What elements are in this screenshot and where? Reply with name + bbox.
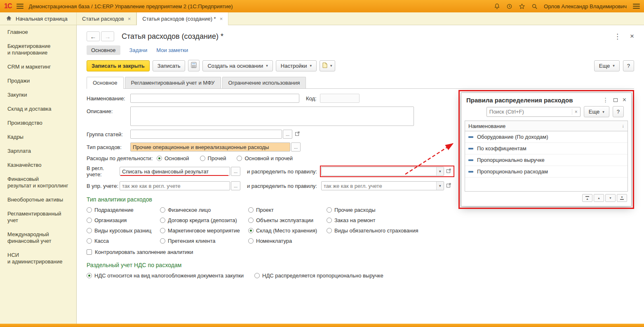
radio-activity-other[interactable]: Прочей (200, 155, 226, 161)
move-up-button[interactable]: ▲ (594, 194, 604, 202)
popup-more-button[interactable]: Еще ▾ (584, 106, 609, 117)
search-icon[interactable] (531, 3, 538, 9)
table-row[interactable]: По коэффициентам (465, 143, 628, 154)
group-choose-button[interactable]: ... (283, 130, 292, 139)
radio-analytics-zakaz-na-remont[interactable]: Заказ на ремонт (327, 217, 418, 223)
radio-analytics-proekt[interactable]: Проект (248, 207, 327, 213)
combo-caret-button[interactable]: ▾ (436, 182, 444, 190)
reg-rule-open-button[interactable] (445, 167, 453, 176)
reg-rule-combobox[interactable]: ▾ (321, 167, 444, 176)
mgmt-rule-combobox[interactable]: ▾ (321, 181, 444, 190)
popup-search-input[interactable] (487, 109, 572, 115)
popup-maximize-icon[interactable] (613, 98, 618, 102)
tab-regulated-accounting-mfu[interactable]: Регламентированный учет и МФУ (125, 77, 221, 88)
radio-analytics-dogovor-kredita[interactable]: Договор кредита (депозита) (160, 217, 248, 223)
radio-analytics-prochie-rashody[interactable]: Прочие расходы (327, 207, 418, 213)
sidebar-item-production[interactable]: Производство (0, 116, 76, 130)
create-based-on-button[interactable]: Создать на основании ▾ (202, 60, 273, 71)
popup-close-icon[interactable]: × (623, 96, 626, 104)
tab-usage-restriction[interactable]: Ограничение использования (222, 77, 306, 88)
form-close-icon[interactable]: × (630, 32, 634, 40)
group-open-button[interactable] (293, 130, 301, 139)
radio-vat-purchase-doc[interactable]: НДС относится на вид налогообложения док… (87, 272, 244, 279)
reg-accounting-input[interactable] (120, 167, 230, 176)
sidebar-item-noncurrent-assets[interactable]: Внеоборотные активы (0, 193, 76, 207)
settings-button[interactable]: Настройки ▾ (276, 60, 317, 71)
go-last-button[interactable]: ▼ (617, 194, 627, 202)
sort-descending-icon[interactable]: ↓ (622, 123, 624, 129)
table-row[interactable]: Оборудование (По доходам) (465, 131, 628, 143)
sidebar-item-finresult[interactable]: Финансовый результат и контроллинг (0, 172, 76, 193)
move-down-button[interactable]: ▼ (605, 194, 616, 202)
radio-analytics-kursovye-raznicy[interactable]: Виды курсовых разниц (87, 227, 160, 234)
sidebar-item-nsi-admin[interactable]: НСИ и администрирование (0, 248, 76, 269)
sidebar-item-purchases[interactable]: Закупки (0, 88, 76, 102)
radio-analytics-nomenklatura[interactable]: Номенклатура (248, 238, 327, 244)
report-dropdown-button[interactable]: ▾ (320, 60, 335, 71)
radio-analytics-sklad[interactable]: Склад (Место хранения) (248, 227, 327, 234)
radio-analytics-marketing[interactable]: Маркетинговое мероприятие (160, 227, 248, 234)
radio-activity-main-and-other[interactable]: Основной и прочей (237, 155, 293, 161)
navlink-tasks[interactable]: Задачи (129, 47, 148, 53)
expense-type-choose-button[interactable]: ... (291, 142, 301, 152)
mgmt-rule-open-button[interactable] (445, 181, 453, 190)
sidebar-item-payroll[interactable]: Зарплата (0, 144, 76, 158)
help-button[interactable]: ? (623, 60, 634, 71)
tab-close-icon[interactable]: × (220, 16, 223, 22)
tab-main[interactable]: Основное (87, 77, 124, 89)
save-and-close-button[interactable]: Записать и закрыть (87, 60, 150, 71)
save-button[interactable]: Записать (153, 60, 186, 71)
radio-activity-main[interactable]: Основной (157, 155, 189, 161)
table-row[interactable]: Пропорционально выручке (465, 154, 628, 166)
user-name[interactable]: Орлов Александр Владимирович (544, 3, 627, 9)
reg-rule-input[interactable] (322, 167, 436, 175)
reg-accounting-choose-button[interactable]: ... (231, 167, 240, 176)
form-menu-kebab-icon[interactable]: ⋮ (614, 32, 621, 41)
sidebar-item-warehouse[interactable]: Склад и доставка (0, 102, 76, 116)
sidebar-item-hr[interactable]: Кадры (0, 130, 76, 144)
radio-analytics-podrazdelenie[interactable]: Подразделение (87, 207, 160, 213)
sidebar-item-glavnoe[interactable]: Главное (0, 25, 76, 39)
navlink-notes[interactable]: Мои заметки (156, 47, 188, 53)
control-analytics-checkbox[interactable]: Контролировать заполнение аналитики (87, 249, 193, 255)
forward-button[interactable]: → (101, 31, 114, 41)
radio-vat-proportional-revenue[interactable]: НДС распределяется пропорционально выруч… (254, 272, 383, 279)
mgmt-accounting-input[interactable] (120, 181, 230, 190)
tab-expense-items-list[interactable]: Статьи расходов × (77, 12, 136, 25)
sidebar-item-treasury[interactable]: Казначейство (0, 158, 76, 172)
tab-expense-item-create[interactable]: Статья расходов (создание) * × (136, 12, 228, 25)
table-row[interactable]: Пропорционально расходам (465, 166, 628, 178)
radio-analytics-organizaciya[interactable]: Организация (87, 217, 160, 223)
radio-analytics-pretenziya[interactable]: Претензия клиента (160, 238, 248, 244)
back-button[interactable]: ← (87, 31, 100, 41)
radio-analytics-kassa[interactable]: Касса (87, 238, 160, 244)
go-first-button[interactable]: ▲ (582, 194, 592, 202)
sidebar-item-ifrs[interactable]: Международный финансовый учет (0, 227, 76, 248)
mgmt-rule-input[interactable] (322, 182, 436, 190)
mgmt-accounting-choose-button[interactable]: ... (231, 181, 240, 190)
radio-analytics-fizlico[interactable]: Физическое лицо (160, 207, 248, 213)
tab-home[interactable]: Начальная страница (0, 12, 77, 25)
group-input[interactable] (130, 130, 282, 139)
search-clear-icon[interactable]: × (572, 109, 580, 115)
calculator-button[interactable] (188, 60, 200, 71)
popup-help-button[interactable]: ? (613, 106, 624, 117)
history-clock-icon[interactable] (506, 3, 512, 9)
notifications-bell-icon[interactable] (494, 3, 500, 9)
combo-caret-button[interactable]: ▾ (436, 167, 444, 175)
expense-type-input[interactable] (130, 142, 290, 152)
more-button[interactable]: Еще ▾ (594, 60, 620, 71)
rules-table-header[interactable]: Наименование ↓ (465, 121, 628, 131)
tab-close-icon[interactable]: × (128, 16, 131, 22)
system-menu-icon[interactable] (633, 4, 640, 9)
favorites-star-icon[interactable] (519, 3, 525, 9)
sidebar-item-sales[interactable]: Продажи (0, 74, 76, 88)
radio-analytics-strahovanie[interactable]: Виды обязательного страхования (327, 227, 418, 234)
navlink-main[interactable]: Основное (87, 45, 120, 55)
popup-search-box[interactable]: × (487, 107, 581, 117)
popup-kebab-icon[interactable]: ⋮ (603, 97, 609, 103)
main-menu-icon[interactable] (16, 4, 24, 9)
sidebar-item-budgeting[interactable]: Бюджетирование и планирование (0, 39, 76, 60)
sidebar-item-regulated-accounting[interactable]: Регламентированный учет (0, 207, 76, 227)
description-textarea[interactable] (130, 107, 414, 126)
